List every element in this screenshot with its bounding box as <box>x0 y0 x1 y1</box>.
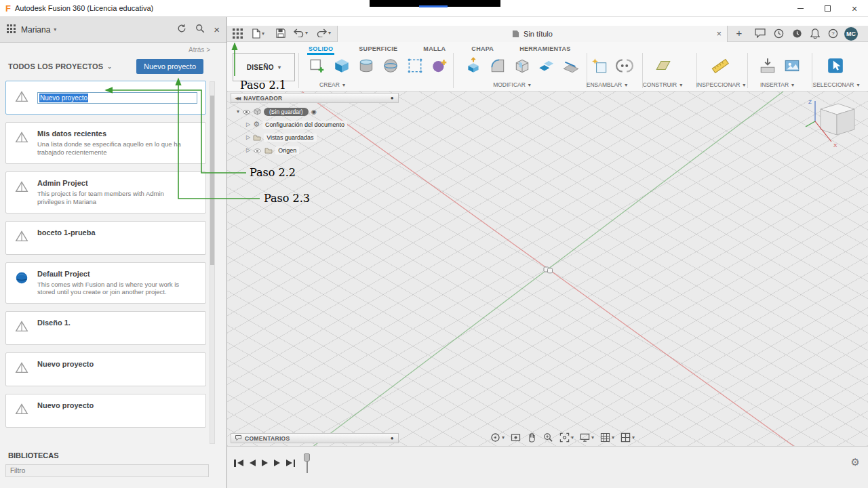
origin-marker[interactable] <box>543 264 553 277</box>
project-card[interactable]: Diseño 1. <box>5 311 206 345</box>
press-pull-icon[interactable] <box>463 54 484 77</box>
comments-panel-header[interactable]: COMENTARIOS ● <box>231 433 399 443</box>
undo-icon[interactable]: ▾ <box>294 28 308 37</box>
tab-solido[interactable]: SOLIDO <box>307 43 334 55</box>
collapsed-arrow-icon[interactable]: ▷ <box>246 147 250 153</box>
navigator-item-row[interactable]: ▷ Vistas guardadas <box>231 131 347 144</box>
step-back-icon[interactable] <box>250 458 256 468</box>
minimize-button[interactable] <box>787 0 814 17</box>
workspace-selector[interactable]: DISEÑO▾ <box>233 53 295 81</box>
sphere-icon[interactable] <box>380 54 401 77</box>
shell-icon[interactable] <box>512 54 532 77</box>
project-card[interactable]: Mis datos recientesUna lista donde se es… <box>5 122 206 164</box>
group-label-ensamblar[interactable]: ENSAMBLAR▾ <box>587 81 627 88</box>
split-body-icon[interactable] <box>561 54 581 77</box>
skip-to-start-icon[interactable] <box>234 458 243 468</box>
refresh-icon[interactable] <box>177 24 186 36</box>
fit-caret[interactable]: ▾ <box>571 434 574 441</box>
step-forward-icon[interactable] <box>274 458 280 468</box>
notifications-bell-icon[interactable] <box>810 28 820 39</box>
close-tab-icon[interactable]: × <box>716 28 722 39</box>
create-form-icon[interactable] <box>429 54 450 77</box>
panel-options-icon[interactable]: ● <box>391 95 394 101</box>
all-projects-dropdown[interactable]: TODOS LOS PROYECTOS⌄ <box>8 62 112 70</box>
group-label-construir[interactable]: CONSTRUIR▾ <box>643 81 683 88</box>
user-dropdown[interactable]: Mariana▾ <box>21 25 56 35</box>
timeline-settings-gear-icon[interactable]: ⚙ <box>851 456 860 468</box>
group-label-seleccionar[interactable]: SELECCIONAR▾ <box>813 81 860 88</box>
pattern-icon[interactable] <box>405 54 425 77</box>
job-status-icon[interactable] <box>774 28 784 39</box>
panel-options-icon[interactable]: ● <box>391 435 394 441</box>
project-card[interactable]: Admin ProjectThis project is for team me… <box>5 171 206 214</box>
fillet-icon[interactable] <box>488 54 508 77</box>
zoom-icon[interactable] <box>543 432 553 443</box>
select-icon[interactable] <box>825 54 846 77</box>
display-settings-caret[interactable]: ▾ <box>591 434 594 441</box>
back-link[interactable]: Atrás > <box>0 43 226 54</box>
insert-icon[interactable] <box>757 54 778 77</box>
activate-radio-icon[interactable]: ◉ <box>311 108 317 115</box>
fit-icon[interactable]: ▾ <box>559 432 574 443</box>
data-panel-toggle-grid-icon[interactable] <box>233 28 243 39</box>
project-name-input[interactable]: Nuevo proyecto <box>37 92 197 104</box>
expanded-arrow-icon[interactable]: ▾ <box>237 108 239 115</box>
file-menu-caret[interactable]: ▾ <box>262 30 264 37</box>
new-component-icon[interactable] <box>590 54 610 77</box>
file-menu-icon[interactable]: ▾ <box>252 28 264 39</box>
filter-input[interactable] <box>5 464 209 477</box>
cylinder-icon[interactable] <box>356 54 376 77</box>
project-card[interactable]: Default ProjectThis comes with Fusion an… <box>5 262 206 304</box>
box-icon[interactable] <box>332 54 352 77</box>
insert-canvas-icon[interactable] <box>782 54 802 77</box>
maximize-button[interactable] <box>814 0 841 17</box>
tab-chapa[interactable]: CHAPA <box>470 43 495 55</box>
redo-caret[interactable]: ▾ <box>328 30 331 36</box>
pan-icon[interactable] <box>527 432 537 443</box>
construction-plane-icon[interactable] <box>653 54 673 77</box>
grid-settings-icon[interactable]: ▾ <box>600 432 614 443</box>
skip-to-end-icon[interactable] <box>286 458 296 468</box>
new-tab-button[interactable]: + <box>733 27 745 39</box>
tab-herramientas[interactable]: HERRAMIENTAS <box>518 43 572 55</box>
close-window-button[interactable]: × <box>841 0 868 17</box>
user-avatar[interactable]: MC <box>844 27 858 41</box>
view-cube[interactable]: Z X <box>800 96 861 152</box>
navigator-item-row[interactable]: ▷ Origen <box>231 144 347 157</box>
project-card[interactable]: Nuevo proyecto <box>5 352 206 386</box>
project-card[interactable]: Nuevo proyecto <box>5 394 206 428</box>
collapsed-arrow-icon[interactable]: ▷ <box>246 134 250 140</box>
redo-icon[interactable]: ▾ <box>317 28 331 37</box>
tab-superficie[interactable]: SUPERFICIE <box>357 43 399 55</box>
visibility-eye-icon[interactable] <box>253 144 262 157</box>
viewports-caret[interactable]: ▾ <box>632 434 635 441</box>
new-project-button[interactable]: Nuevo proyecto <box>136 59 203 74</box>
project-card-editing[interactable]: Nuevo proyecto <box>5 81 206 115</box>
document-tab[interactable]: Sin título × <box>337 26 728 42</box>
panel-scrollbar[interactable] <box>210 81 215 444</box>
orbit-icon[interactable]: ▾ <box>490 432 505 443</box>
collapse-panel-icon[interactable]: ◀◀ <box>235 96 240 100</box>
visibility-eye-icon[interactable] <box>242 106 251 118</box>
look-at-icon[interactable] <box>511 432 521 443</box>
play-icon[interactable] <box>262 458 268 468</box>
navigator-header[interactable]: ◀◀ NAVEGADOR ● <box>231 93 399 103</box>
group-label-modificar[interactable]: MODIFICAR▾ <box>493 81 531 88</box>
clock-icon[interactable] <box>792 28 802 39</box>
measure-icon[interactable] <box>710 54 730 77</box>
undo-caret[interactable]: ▾ <box>305 30 308 36</box>
navigator-root-row[interactable]: ▾ (Sin guardar) ◉ <box>231 105 347 118</box>
combine-icon[interactable] <box>536 54 557 77</box>
help-icon[interactable]: ? <box>828 28 838 39</box>
display-settings-icon[interactable]: ▾ <box>580 432 594 443</box>
group-label-insertar[interactable]: INSERTAR▾ <box>760 81 794 88</box>
scrollbar-thumb[interactable] <box>210 96 214 265</box>
save-icon[interactable] <box>276 28 285 38</box>
orbit-caret[interactable]: ▾ <box>502 434 505 441</box>
comments-icon[interactable] <box>755 28 766 38</box>
viewport-canvas[interactable]: ◀◀ NAVEGADOR ● ▾ (Sin guardar) ◉ ▷ ⚙ Con… <box>227 92 868 446</box>
project-card[interactable]: boceto 1-prueba <box>5 221 206 255</box>
viewports-icon[interactable]: ▾ <box>620 432 635 443</box>
tab-malla[interactable]: MALLA <box>422 43 447 55</box>
apps-grid-icon[interactable] <box>7 24 16 36</box>
